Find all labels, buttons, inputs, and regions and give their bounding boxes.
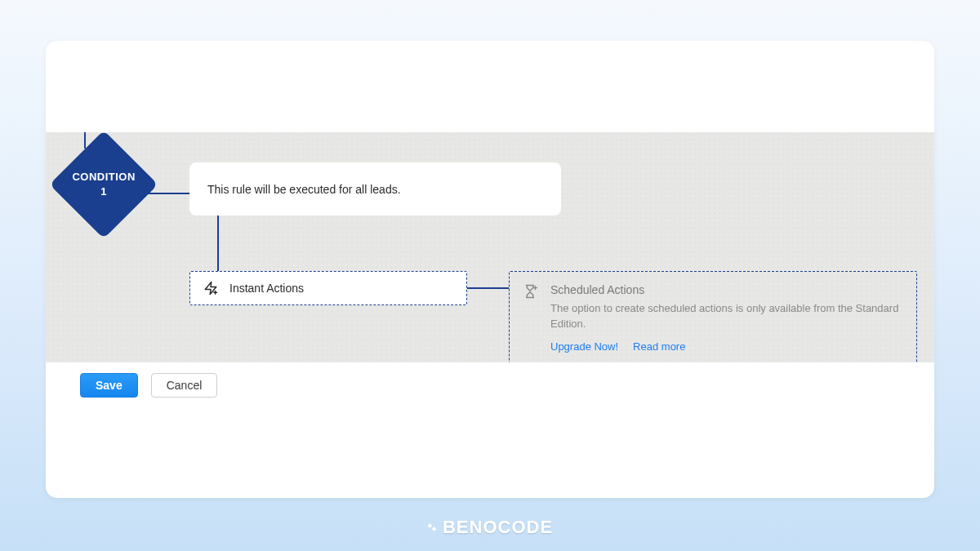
footer-bar: Save Cancel <box>46 362 934 408</box>
condition-number: 1 <box>100 185 107 198</box>
instant-actions-box[interactable]: Instant Actions <box>189 271 467 305</box>
rule-description-box[interactable]: This rule will be executed for all leads… <box>189 162 561 216</box>
read-more-link[interactable]: Read more <box>633 340 685 353</box>
scheduled-actions-description: The option to create scheduled actions i… <box>550 301 902 332</box>
instant-actions-label: Instant Actions <box>229 282 304 295</box>
workflow-editor-card: CONDITION 1 This rule will be executed f… <box>46 41 934 498</box>
connector-line <box>217 216 219 271</box>
rule-description-text: This rule will be executed for all leads… <box>207 183 401 196</box>
save-button[interactable]: Save <box>80 373 138 398</box>
connector-line <box>141 193 190 194</box>
hourglass-icon <box>523 283 539 353</box>
condition-node[interactable]: CONDITION 1 <box>50 131 158 239</box>
brand-logo: BENOCODE <box>427 517 553 538</box>
scheduled-actions-title: Scheduled Actions <box>550 283 902 296</box>
lightning-icon <box>203 281 218 295</box>
scheduled-actions-box: Scheduled Actions The option to create s… <box>509 271 917 365</box>
workflow-canvas: CONDITION 1 This rule will be executed f… <box>46 132 934 375</box>
svg-rect-5 <box>427 523 432 528</box>
cancel-button[interactable]: Cancel <box>151 373 218 398</box>
upgrade-now-link[interactable]: Upgrade Now! <box>550 340 618 353</box>
svg-rect-6 <box>432 527 437 531</box>
brand-glyph-icon <box>427 521 440 534</box>
connector-line <box>467 287 509 289</box>
connector-line <box>84 132 86 149</box>
condition-node-label: CONDITION 1 <box>72 170 135 198</box>
condition-label: CONDITION <box>72 171 135 183</box>
brand-text: BENOCODE <box>443 517 553 538</box>
